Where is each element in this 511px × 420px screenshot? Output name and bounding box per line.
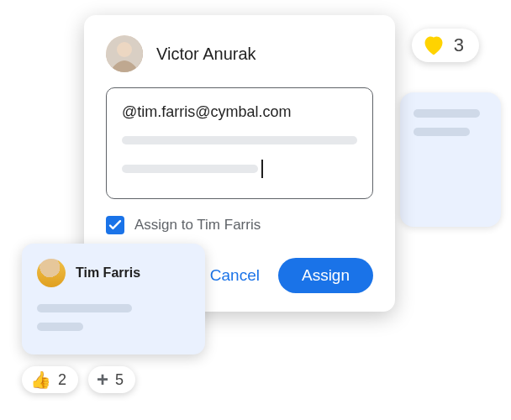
assignee-placeholder (37, 304, 190, 331)
cancel-button[interactable]: Cancel (207, 260, 263, 291)
background-card (400, 92, 501, 227)
reaction-row: 👍 2 + 5 (22, 366, 135, 393)
svg-point-1 (117, 42, 132, 57)
thumbs-up-reaction[interactable]: 👍 2 (22, 366, 78, 393)
assignee-avatar (37, 259, 66, 287)
mention-text: @tim.farris@cymbal.com (122, 103, 357, 121)
thumbs-up-count: 2 (58, 371, 66, 389)
heart-reaction-count: 3 (454, 34, 464, 56)
plus-icon: + (97, 370, 108, 390)
placeholder-line (414, 128, 470, 136)
comment-input[interactable]: @tim.farris@cymbal.com (106, 87, 373, 199)
heart-reaction-pill[interactable]: 3 (412, 29, 479, 62)
text-caret (261, 160, 263, 178)
add-reaction-count: 5 (115, 371, 124, 389)
placeholder-line (37, 323, 83, 331)
assign-label: Assign to Tim Farris (134, 217, 261, 234)
placeholder-line (414, 109, 480, 118)
placeholder-line (122, 136, 357, 144)
placeholder-row (122, 160, 357, 178)
assignee-card[interactable]: Tim Farris (22, 244, 205, 354)
add-reaction[interactable]: + 5 (88, 366, 135, 393)
placeholder-row (122, 136, 357, 144)
assign-checkbox[interactable] (106, 216, 124, 234)
author-name: Victor Anurak (156, 45, 256, 64)
author-avatar (106, 35, 143, 72)
assignee-name: Tim Farris (76, 265, 140, 281)
assignee-header: Tim Farris (37, 259, 190, 287)
assign-button[interactable]: Assign (278, 258, 373, 293)
assign-row: Assign to Tim Farris (106, 216, 373, 234)
heart-icon (422, 34, 445, 57)
author-row: Victor Anurak (106, 35, 373, 72)
placeholder-line (37, 304, 132, 312)
thumbs-up-icon: 👍 (30, 371, 51, 388)
placeholder-line (122, 165, 258, 173)
